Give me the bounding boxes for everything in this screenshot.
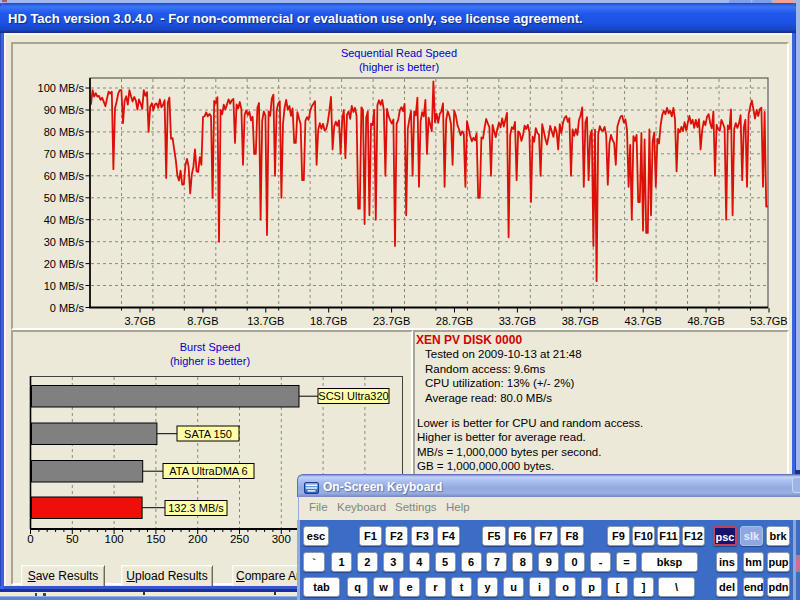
svg-text:33.7GB: 33.7GB	[499, 315, 536, 327]
svg-text:300: 300	[272, 533, 291, 545]
svg-text:0 MB/s: 0 MB/s	[50, 302, 85, 314]
svg-text:90 MB/s: 90 MB/s	[44, 104, 85, 116]
svg-text:SCSI Ultra320: SCSI Ultra320	[318, 390, 388, 402]
svg-text:250: 250	[230, 533, 249, 545]
svg-text:18.7GB: 18.7GB	[310, 315, 347, 327]
svg-text:(higher is better): (higher is better)	[170, 355, 250, 367]
svg-text:20 MB/s: 20 MB/s	[44, 258, 85, 270]
svg-text:40 MB/s: 40 MB/s	[44, 214, 85, 226]
svg-text:Sequential Read Speed: Sequential Read Speed	[341, 47, 457, 59]
svg-text:50: 50	[66, 533, 79, 545]
svg-text:8.7GB: 8.7GB	[187, 315, 218, 327]
svg-text:70 MB/s: 70 MB/s	[44, 148, 85, 160]
svg-text:132.3 MB/s: 132.3 MB/s	[168, 502, 224, 514]
svg-text:150: 150	[146, 533, 165, 545]
svg-text:Burst Speed: Burst Speed	[180, 341, 241, 353]
svg-text:53.7GB: 53.7GB	[750, 315, 787, 327]
svg-text:ATA UltraDMA 6: ATA UltraDMA 6	[169, 465, 247, 477]
svg-text:13.7GB: 13.7GB	[247, 315, 284, 327]
svg-text:(higher is better): (higher is better)	[359, 61, 439, 73]
svg-text:43.7GB: 43.7GB	[625, 315, 662, 327]
svg-text:30 MB/s: 30 MB/s	[44, 236, 85, 248]
svg-text:100: 100	[105, 533, 124, 545]
svg-text:60 MB/s: 60 MB/s	[44, 170, 85, 182]
svg-text:10 MB/s: 10 MB/s	[44, 280, 85, 292]
svg-text:28.7GB: 28.7GB	[436, 315, 473, 327]
svg-text:50 MB/s: 50 MB/s	[44, 192, 85, 204]
svg-text:48.7GB: 48.7GB	[687, 315, 724, 327]
svg-text:23.7GB: 23.7GB	[373, 315, 410, 327]
svg-text:3.7GB: 3.7GB	[124, 315, 155, 327]
svg-text:100 MB/s: 100 MB/s	[38, 82, 85, 94]
svg-text:SATA 150: SATA 150	[184, 428, 232, 440]
svg-text:0: 0	[27, 533, 33, 545]
svg-text:38.7GB: 38.7GB	[562, 315, 599, 327]
svg-text:80 MB/s: 80 MB/s	[44, 126, 85, 138]
svg-text:200: 200	[188, 533, 207, 545]
